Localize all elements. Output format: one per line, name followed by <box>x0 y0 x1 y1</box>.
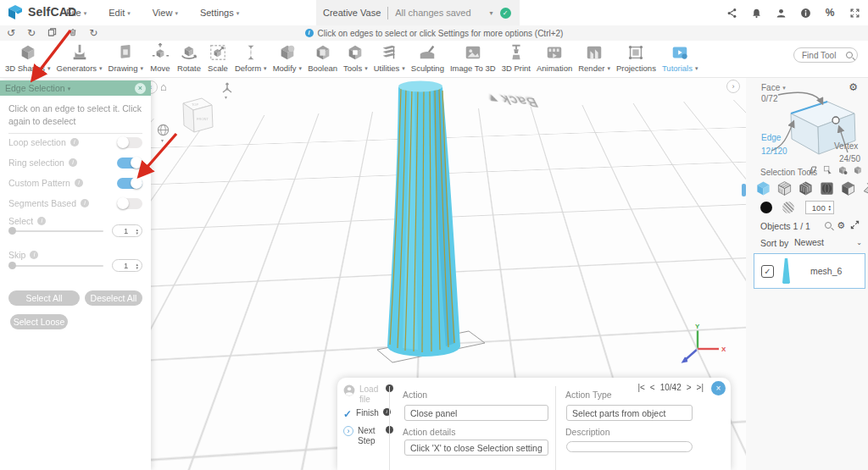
description-input[interactable] <box>566 441 693 452</box>
skip-slider-track[interactable] <box>8 265 103 267</box>
tool-tools[interactable]: Tools <box>343 42 368 73</box>
last-page-button[interactable]: >| <box>697 383 704 392</box>
account-icon[interactable] <box>774 6 787 19</box>
find-tool-search[interactable] <box>793 47 858 63</box>
select-slider-knob[interactable] <box>8 227 16 235</box>
perspective-icon[interactable] <box>157 124 170 136</box>
paint-black-swatch[interactable] <box>760 202 772 213</box>
status-bar: ↺ ↻ ↻ i Click on edges to select or clic… <box>0 25 868 41</box>
project-name[interactable]: Creative Vase <box>323 8 381 18</box>
tool-3d-shapes[interactable]: 3D Shapes <box>5 42 51 73</box>
click-select-icon[interactable] <box>823 165 832 174</box>
info-icon[interactable] <box>798 6 812 19</box>
stepper-down-icon[interactable]: ▾ <box>828 207 831 211</box>
select-loose-button[interactable]: Select Loose <box>10 314 68 329</box>
project-dropdown-icon[interactable]: ▾ <box>490 9 493 17</box>
half-cube-select-tool[interactable] <box>840 180 856 196</box>
tool-boolean[interactable]: Boolean <box>308 42 337 73</box>
select-stepper[interactable]: 1 ▴▾ <box>112 224 142 237</box>
cube-subtract-icon[interactable] <box>853 165 863 175</box>
load-file-label[interactable]: Load file <box>359 384 381 405</box>
skip-slider-knob[interactable] <box>8 262 16 269</box>
cube-add-icon[interactable] <box>837 165 848 175</box>
axis-x-label: X <box>721 346 726 353</box>
first-page-button[interactable]: |< <box>637 383 644 392</box>
axis-widget-icon[interactable] <box>220 81 234 95</box>
vase-object[interactable] <box>359 79 494 371</box>
close-panel-icon[interactable]: × <box>135 83 146 94</box>
tool-projections[interactable]: Projections <box>616 42 656 73</box>
main-toolbar: 3D Shapes Generators Drawing Move Rotate… <box>0 41 868 78</box>
segments-based-toggle[interactable] <box>117 198 142 209</box>
edge-selection-header[interactable]: Edge Selection × <box>0 80 151 96</box>
loop-selection-toggle[interactable] <box>117 137 142 148</box>
expand-objects-icon[interactable] <box>850 220 860 229</box>
opacity-stepper[interactable]: 100 ▴▾ <box>805 201 834 214</box>
select-slider-track[interactable] <box>8 230 103 232</box>
next-step-label[interactable]: Next Step <box>358 426 381 446</box>
tool-render[interactable]: Render <box>578 42 610 73</box>
action-details-input[interactable] <box>404 440 548 456</box>
objects-settings-icon[interactable]: ⚙ <box>837 220 845 231</box>
edge-mode-label[interactable]: Edge <box>761 133 781 142</box>
tool-modify[interactable]: Modify <box>273 42 303 73</box>
info-icon: i <box>75 179 83 187</box>
object-thumbnail <box>782 258 790 284</box>
tool-utilities[interactable]: Utilities <box>374 42 405 73</box>
axis-widget-caret-icon[interactable]: ▾ <box>225 94 227 100</box>
sculpting-icon <box>417 42 437 63</box>
object-visibility-checkbox[interactable]: ✓ <box>761 265 774 278</box>
stepper-down-icon[interactable]: ▾ <box>136 231 138 235</box>
sort-dropdown[interactable]: Newest ⌄ <box>794 235 862 249</box>
paint-pattern-swatch[interactable] <box>782 202 794 213</box>
vertex-mode-label[interactable]: Vertex <box>834 141 858 151</box>
top-menu-bar: SelfCAD File Edit View Settings Creative… <box>0 0 868 25</box>
sphere-select-tool[interactable] <box>819 180 835 196</box>
plane-select-tool[interactable] <box>861 180 868 196</box>
tool-rotate[interactable]: Rotate <box>177 42 201 73</box>
lasso-select-icon[interactable] <box>809 165 818 174</box>
solid-select-tool-active[interactable] <box>755 180 771 196</box>
home-view-icon[interactable]: ⌂ <box>160 80 167 93</box>
close-tutorial-icon[interactable]: × <box>711 381 726 395</box>
tool-move[interactable]: Move <box>149 42 171 73</box>
next-page-button[interactable]: > <box>687 383 692 392</box>
search-objects-icon[interactable] <box>825 222 832 229</box>
deselect-all-button[interactable]: Deselect All <box>85 290 142 306</box>
collapse-left-panel-button[interactable]: ‹ <box>151 80 158 94</box>
action-type-input[interactable] <box>566 405 693 421</box>
perspective-caret-icon[interactable]: ▾ <box>161 137 164 143</box>
collapse-right-panel-button[interactable]: › <box>726 80 740 93</box>
action-details-label: Action details <box>403 427 455 437</box>
skip-stepper[interactable]: 1 ▴▾ <box>112 259 142 272</box>
tool-tutorials[interactable]: Tutorials <box>662 42 698 73</box>
tool-image-to-3d[interactable]: Image To 3D <box>450 42 496 73</box>
tool-generators[interactable]: Generators <box>57 42 103 73</box>
fullscreen-icon[interactable] <box>848 6 861 19</box>
wireframe-select-tool[interactable] <box>776 180 793 196</box>
grid-cube-select-tool[interactable] <box>798 180 814 196</box>
menu-file[interactable]: File <box>66 8 86 18</box>
tool-scale[interactable]: Scale <box>207 42 229 73</box>
view-cube[interactable]: TOP FRONT <box>176 93 217 137</box>
object-list-item[interactable]: ✓ mesh_6 <box>754 253 865 289</box>
stepper-down-icon[interactable]: ▾ <box>136 266 138 269</box>
tool-animation[interactable]: Animation <box>537 42 572 73</box>
shortcuts-icon[interactable]: % <box>823 6 837 19</box>
select-all-button[interactable]: Select All <box>8 290 80 306</box>
tool-drawing[interactable]: Drawing <box>108 42 143 73</box>
find-tool-input[interactable] <box>802 51 846 60</box>
share-icon[interactable] <box>725 6 738 19</box>
tool-deform[interactable]: Deform <box>235 42 267 73</box>
menu-view[interactable]: View <box>153 8 178 18</box>
action-input[interactable] <box>404 405 548 421</box>
ring-selection-toggle[interactable] <box>117 158 142 169</box>
prev-page-button[interactable]: < <box>650 383 655 392</box>
notifications-icon[interactable] <box>749 6 763 19</box>
finish-label[interactable]: Finish <box>356 408 379 420</box>
menu-settings[interactable]: Settings <box>200 8 239 18</box>
tool-sculpting[interactable]: Sculpting <box>411 42 444 73</box>
menu-edit[interactable]: Edit <box>108 8 130 18</box>
tool-3d-print[interactable]: 3D Print <box>502 42 531 73</box>
custom-pattern-toggle[interactable] <box>117 178 142 189</box>
